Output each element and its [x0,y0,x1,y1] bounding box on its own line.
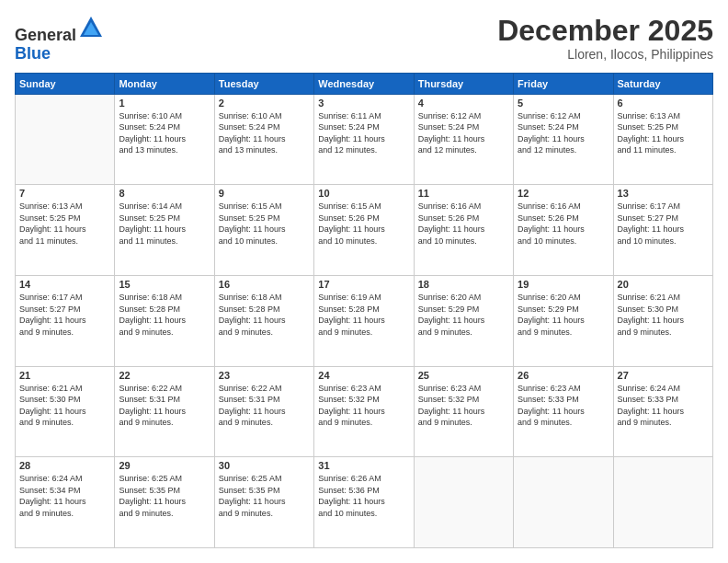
calendar-table: SundayMondayTuesdayWednesdayThursdayFrid… [15,73,713,548]
day-info: Sunrise: 6:15 AMSunset: 5:25 PMDaylight:… [219,201,310,247]
calendar-cell: 19Sunrise: 6:20 AMSunset: 5:29 PMDayligh… [514,275,613,366]
day-number: 6 [618,98,709,109]
day-info: Sunrise: 6:16 AMSunset: 5:26 PMDaylight:… [418,201,509,247]
calendar-cell: 13Sunrise: 6:17 AMSunset: 5:27 PMDayligh… [613,185,712,276]
calendar-cell: 18Sunrise: 6:20 AMSunset: 5:29 PMDayligh… [414,275,513,366]
header: General Blue December 2025 Lloren, Iloco… [15,15,713,63]
calendar-week-2: 14Sunrise: 6:17 AMSunset: 5:27 PMDayligh… [16,275,713,366]
day-number: 26 [518,370,609,381]
day-info: Sunrise: 6:22 AMSunset: 5:31 PMDaylight:… [219,383,310,429]
logo-general-text: General [15,26,76,44]
day-number: 2 [219,98,310,109]
calendar-week-4: 28Sunrise: 6:24 AMSunset: 5:34 PMDayligh… [16,457,713,548]
day-info: Sunrise: 6:12 AMSunset: 5:24 PMDaylight:… [418,110,509,156]
calendar-cell: 1Sunrise: 6:10 AMSunset: 5:24 PMDaylight… [115,94,214,185]
day-info: Sunrise: 6:20 AMSunset: 5:29 PMDaylight:… [518,292,609,338]
calendar-cell [414,457,513,548]
day-number: 19 [518,279,609,290]
calendar-cell: 11Sunrise: 6:16 AMSunset: 5:26 PMDayligh… [414,185,513,276]
col-header-wednesday: Wednesday [314,73,414,94]
day-number: 9 [219,188,310,199]
day-number: 28 [19,460,110,471]
day-info: Sunrise: 6:17 AMSunset: 5:27 PMDaylight:… [19,292,110,338]
title-block: December 2025 Lloren, Ilocos, Philippine… [497,15,713,62]
col-header-monday: Monday [115,73,214,94]
day-info: Sunrise: 6:18 AMSunset: 5:28 PMDaylight:… [119,292,210,338]
calendar-cell: 9Sunrise: 6:15 AMSunset: 5:25 PMDaylight… [214,185,313,276]
day-number: 3 [318,98,409,109]
calendar-cell: 16Sunrise: 6:18 AMSunset: 5:28 PMDayligh… [214,275,313,366]
day-info: Sunrise: 6:11 AMSunset: 5:24 PMDaylight:… [318,110,409,156]
day-number: 20 [618,279,709,290]
day-info: Sunrise: 6:23 AMSunset: 5:32 PMDaylight:… [418,383,509,429]
calendar-cell: 3Sunrise: 6:11 AMSunset: 5:24 PMDaylight… [314,94,414,185]
calendar-cell: 7Sunrise: 6:13 AMSunset: 5:25 PMDaylight… [16,185,115,276]
calendar-cell: 29Sunrise: 6:25 AMSunset: 5:35 PMDayligh… [115,457,214,548]
logo: General Blue [15,15,104,63]
day-number: 12 [518,188,609,199]
day-info: Sunrise: 6:21 AMSunset: 5:30 PMDaylight:… [19,383,110,429]
day-number: 14 [19,279,110,290]
day-number: 21 [19,370,110,381]
day-info: Sunrise: 6:17 AMSunset: 5:27 PMDaylight:… [618,201,709,247]
day-number: 1 [119,98,210,109]
day-info: Sunrise: 6:10 AMSunset: 5:24 PMDaylight:… [119,110,210,156]
calendar-cell: 5Sunrise: 6:12 AMSunset: 5:24 PMDaylight… [514,94,613,185]
day-number: 22 [119,370,210,381]
calendar-cell: 4Sunrise: 6:12 AMSunset: 5:24 PMDaylight… [414,94,513,185]
calendar-cell: 14Sunrise: 6:17 AMSunset: 5:27 PMDayligh… [16,275,115,366]
day-number: 16 [219,279,310,290]
calendar-cell: 25Sunrise: 6:23 AMSunset: 5:32 PMDayligh… [414,366,513,457]
calendar-cell: 8Sunrise: 6:14 AMSunset: 5:25 PMDaylight… [115,185,214,276]
day-info: Sunrise: 6:24 AMSunset: 5:34 PMDaylight:… [19,473,110,519]
day-number: 27 [618,370,709,381]
day-number: 8 [119,188,210,199]
calendar-cell: 23Sunrise: 6:22 AMSunset: 5:31 PMDayligh… [214,366,313,457]
day-info: Sunrise: 6:14 AMSunset: 5:25 PMDaylight:… [119,201,210,247]
day-number: 11 [418,188,509,199]
day-info: Sunrise: 6:10 AMSunset: 5:24 PMDaylight:… [219,110,310,156]
calendar-cell: 17Sunrise: 6:19 AMSunset: 5:28 PMDayligh… [314,275,414,366]
day-number: 25 [418,370,509,381]
day-info: Sunrise: 6:16 AMSunset: 5:26 PMDaylight:… [518,201,609,247]
calendar-week-0: 1Sunrise: 6:10 AMSunset: 5:24 PMDaylight… [16,94,713,185]
calendar-cell: 28Sunrise: 6:24 AMSunset: 5:34 PMDayligh… [16,457,115,548]
day-number: 10 [318,188,409,199]
calendar-cell [613,457,712,548]
calendar-cell [16,94,115,185]
day-number: 31 [318,460,409,471]
calendar-cell: 12Sunrise: 6:16 AMSunset: 5:26 PMDayligh… [514,185,613,276]
calendar-week-1: 7Sunrise: 6:13 AMSunset: 5:25 PMDaylight… [16,185,713,276]
day-number: 29 [119,460,210,471]
col-header-friday: Friday [514,73,613,94]
day-info: Sunrise: 6:23 AMSunset: 5:32 PMDaylight:… [318,383,409,429]
day-number: 15 [119,279,210,290]
day-info: Sunrise: 6:18 AMSunset: 5:28 PMDaylight:… [219,292,310,338]
calendar-cell: 2Sunrise: 6:10 AMSunset: 5:24 PMDaylight… [214,94,313,185]
day-number: 18 [418,279,509,290]
location: Lloren, Ilocos, Philippines [497,47,713,62]
calendar-cell: 24Sunrise: 6:23 AMSunset: 5:32 PMDayligh… [314,366,414,457]
calendar-cell: 26Sunrise: 6:23 AMSunset: 5:33 PMDayligh… [514,366,613,457]
day-info: Sunrise: 6:15 AMSunset: 5:26 PMDaylight:… [318,201,409,247]
calendar-cell: 10Sunrise: 6:15 AMSunset: 5:26 PMDayligh… [314,185,414,276]
day-info: Sunrise: 6:25 AMSunset: 5:35 PMDaylight:… [219,473,310,519]
calendar-cell: 22Sunrise: 6:22 AMSunset: 5:31 PMDayligh… [115,366,214,457]
calendar-cell [514,457,613,548]
calendar-cell: 31Sunrise: 6:26 AMSunset: 5:36 PMDayligh… [314,457,414,548]
day-info: Sunrise: 6:25 AMSunset: 5:35 PMDaylight:… [119,473,210,519]
page: General Blue December 2025 Lloren, Iloco… [0,0,728,563]
col-header-thursday: Thursday [414,73,513,94]
day-info: Sunrise: 6:22 AMSunset: 5:31 PMDaylight:… [119,383,210,429]
day-number: 30 [219,460,310,471]
day-number: 5 [518,98,609,109]
day-info: Sunrise: 6:13 AMSunset: 5:25 PMDaylight:… [19,201,110,247]
day-number: 23 [219,370,310,381]
day-number: 17 [318,279,409,290]
col-header-saturday: Saturday [613,73,712,94]
col-header-tuesday: Tuesday [214,73,313,94]
day-info: Sunrise: 6:23 AMSunset: 5:33 PMDaylight:… [518,383,609,429]
day-info: Sunrise: 6:24 AMSunset: 5:33 PMDaylight:… [618,383,709,429]
logo-icon [78,15,104,40]
day-info: Sunrise: 6:13 AMSunset: 5:25 PMDaylight:… [618,110,709,156]
